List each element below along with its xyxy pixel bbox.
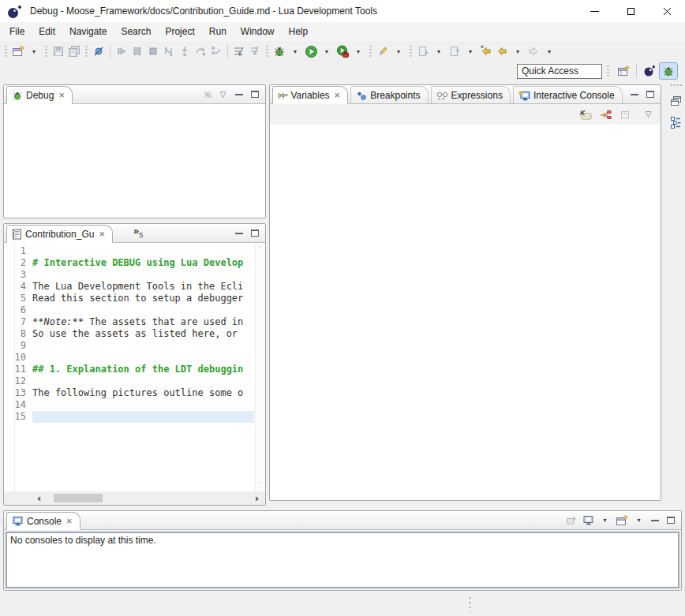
tab-close-icon[interactable]: ✕ (58, 91, 65, 99)
window-close-button[interactable] (649, 0, 685, 22)
step-over-button-disabled[interactable] (193, 43, 208, 60)
tab-variables[interactable]: (x)= Variables ✕ (272, 86, 348, 104)
editor-line-1[interactable]: 1 (4, 245, 265, 257)
editor-vertical-scrollbar[interactable]: ˄ ˅ (255, 243, 265, 491)
editor-line-12[interactable]: 12 (4, 375, 265, 387)
terminate-button-disabled[interactable] (145, 43, 161, 60)
view-menu-icon[interactable]: ▽ (218, 88, 228, 102)
new-wizard-button[interactable] (10, 43, 26, 60)
editor-line-3[interactable]: 3 (4, 269, 265, 281)
show-logical-structures-button[interactable] (600, 107, 612, 121)
editor-line-2[interactable]: 2# Interactive DEBUG using Lua Develop (4, 257, 265, 269)
mark-occurrences-button[interactable] (375, 43, 391, 60)
more-editors-chevron[interactable]: » 5 (133, 227, 143, 239)
suspend-button-disabled[interactable] (129, 43, 145, 60)
toolbar-grip[interactable] (44, 45, 48, 58)
debug-button[interactable] (271, 43, 287, 60)
previous-annotation-dropdown[interactable]: ▾ (462, 43, 478, 60)
toolbar-grip[interactable] (369, 45, 372, 58)
resume-button-disabled[interactable] (114, 43, 129, 60)
editor-line-4[interactable]: 4The Lua Development Tools in the Ecli (4, 281, 265, 293)
window-maximize-button[interactable] (612, 0, 649, 22)
editor-line-11[interactable]: 11## 1. Explanation of the LDT debuggin (4, 364, 265, 375)
editor-line-15[interactable]: 15 (4, 411, 265, 423)
minimize-view-button[interactable] (629, 88, 639, 102)
drop-to-frame-button-disabled[interactable] (247, 43, 263, 60)
show-type-names-button[interactable]: K (579, 107, 593, 121)
outline-view-button[interactable] (670, 115, 682, 129)
open-perspective-button[interactable] (614, 62, 633, 80)
tab-debug[interactable]: Debug ✕ (6, 86, 73, 104)
tab-contribution-guide[interactable]: Contribution_Gu ✕ (6, 225, 113, 243)
status-bar-grip[interactable] (469, 595, 471, 612)
restore-view-button[interactable] (670, 94, 682, 108)
disconnect-button-disabled[interactable] (161, 43, 177, 60)
tab-expressions[interactable]: x= Expressions (431, 86, 511, 103)
menu-item-navigate[interactable]: Navigate (62, 24, 114, 39)
menu-item-project[interactable]: Project (158, 24, 201, 39)
step-into-button-disabled[interactable] (177, 43, 193, 60)
editor-content[interactable]: 12# Interactive DEBUG using Lua Develop3… (4, 243, 265, 505)
open-console-dropdown[interactable]: ▾ (634, 513, 644, 528)
scroll-left-icon[interactable]: ‹ (37, 493, 41, 503)
display-console-dropdown[interactable]: ▾ (600, 513, 610, 528)
tab-close-icon[interactable]: ✕ (335, 91, 341, 99)
editor-line-14[interactable]: 14 (4, 399, 265, 411)
tab-close-icon[interactable]: ✕ (99, 230, 105, 238)
console-message-area[interactable]: No consoles to display at this time. (6, 532, 679, 588)
save-all-button-disabled[interactable] (66, 43, 82, 60)
tab-console[interactable]: Console ✕ (6, 512, 80, 530)
collapse-all-button-disabled[interactable] (619, 107, 631, 121)
run-dropdown[interactable]: ▾ (319, 43, 335, 60)
editor-line-8[interactable]: 8So use the assets as listed here, or (4, 328, 265, 340)
editor-line-10[interactable]: 10 (4, 352, 265, 364)
menu-item-edit[interactable]: Edit (32, 24, 62, 39)
next-annotation-dropdown[interactable]: ▾ (431, 43, 447, 60)
forward-dropdown[interactable]: ▾ (541, 43, 557, 60)
new-wizard-dropdown[interactable]: ▾ (26, 43, 42, 60)
previous-annotation-button-disabled[interactable] (447, 43, 462, 60)
pin-console-button-disabled[interactable] (565, 513, 577, 528)
scroll-up-icon[interactable]: ˄ (259, 245, 263, 253)
menu-item-help[interactable]: Help (282, 24, 316, 39)
trim-grip[interactable] (670, 84, 682, 87)
scrollbar-thumb[interactable] (54, 494, 103, 502)
next-annotation-button-disabled[interactable] (415, 43, 431, 60)
save-button-disabled[interactable] (51, 43, 66, 60)
editor-lines[interactable]: 12# Interactive DEBUG using Lua Develop3… (4, 243, 265, 491)
editor-line-7[interactable]: 7**Note:** The assets that are used in (4, 316, 265, 328)
editor-line-9[interactable]: 9 (4, 340, 265, 352)
tab-breakpoints[interactable]: Breakpoints (350, 86, 428, 103)
remove-all-terminated-icon[interactable]: ✕ (202, 88, 212, 102)
use-step-filters-button[interactable] (231, 43, 247, 60)
step-return-button-disabled[interactable] (208, 43, 224, 60)
scroll-right-icon[interactable]: › (255, 493, 259, 503)
maximize-view-button[interactable] (665, 513, 676, 528)
last-edit-location-button[interactable] (478, 43, 494, 60)
scrollbar-track[interactable] (45, 494, 250, 502)
back-button[interactable] (494, 43, 510, 60)
open-console-button[interactable] (616, 513, 628, 528)
window-minimize-button[interactable] (576, 0, 612, 22)
menu-item-search[interactable]: Search (114, 24, 158, 39)
maximize-view-button[interactable] (645, 88, 655, 102)
minimize-view-button[interactable] (234, 226, 244, 241)
toolbar-grip[interactable] (84, 45, 88, 58)
external-tools-dropdown[interactable]: ▾ (350, 43, 366, 60)
editor-line-6[interactable]: 6 (4, 304, 265, 316)
lua-perspective-button[interactable] (640, 62, 659, 80)
toolbar-grip[interactable] (265, 45, 269, 58)
menu-item-window[interactable]: Window (234, 24, 282, 39)
toolbar-grip[interactable] (606, 65, 610, 77)
mark-occurrences-dropdown[interactable]: ▾ (391, 43, 406, 60)
minimize-view-button[interactable] (649, 513, 660, 528)
maximize-view-button[interactable] (249, 88, 260, 102)
tab-close-icon[interactable]: ✕ (66, 517, 73, 525)
maximize-view-button[interactable] (249, 226, 260, 241)
display-selected-console-button[interactable] (582, 513, 594, 528)
scroll-down-icon[interactable]: ˅ (259, 481, 263, 489)
debug-perspective-button[interactable] (659, 62, 678, 80)
forward-button-disabled[interactable] (526, 43, 541, 60)
editor-horizontal-scrollbar[interactable]: ‹ › (4, 491, 265, 505)
external-tools-button[interactable] (335, 43, 350, 60)
